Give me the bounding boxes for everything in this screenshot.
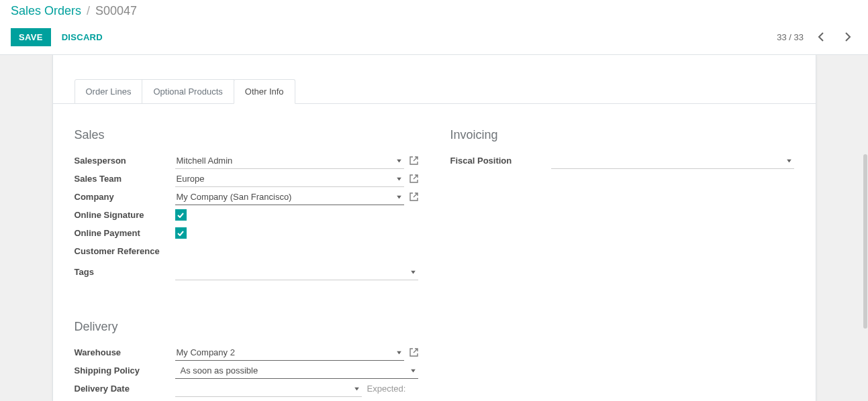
external-link-sales-team[interactable] xyxy=(409,174,418,183)
tab-optional-products[interactable]: Optional Products xyxy=(142,79,234,104)
scrollbar[interactable] xyxy=(863,54,868,401)
check-icon xyxy=(177,213,184,218)
label-salesperson: Salesperson xyxy=(75,156,175,166)
left-column: Sales Salesperson Sales Team xyxy=(75,120,418,398)
external-link-icon xyxy=(409,192,418,201)
tabs: Order Lines Optional Products Other Info xyxy=(53,79,816,104)
expected-label: Expected: xyxy=(367,384,406,394)
pager-total: 33 xyxy=(794,32,804,42)
pager[interactable]: 33 / 33 xyxy=(777,32,804,42)
toolbar-right: 33 / 33 xyxy=(777,27,857,46)
top-spacer xyxy=(53,55,816,79)
field-tags: Tags xyxy=(75,263,418,281)
field-shipping-policy: Shipping Policy xyxy=(75,361,418,380)
breadcrumb-link-sales-orders[interactable]: Sales Orders xyxy=(11,4,81,18)
select-shipping-policy[interactable] xyxy=(175,363,418,379)
input-company[interactable] xyxy=(175,189,404,205)
prev-button[interactable] xyxy=(812,27,830,46)
field-fiscal-position: Fiscal Position xyxy=(450,152,794,170)
label-sales-team: Sales Team xyxy=(75,174,175,184)
pager-current: 33 xyxy=(777,32,786,42)
external-link-company[interactable] xyxy=(409,192,418,201)
field-customer-reference: Customer Reference xyxy=(75,242,418,260)
input-fiscal-position[interactable] xyxy=(551,153,794,169)
label-customer-reference: Customer Reference xyxy=(75,246,175,256)
chevron-left-icon xyxy=(818,32,824,42)
input-tags[interactable] xyxy=(175,264,418,280)
scrollbar-thumb[interactable] xyxy=(863,154,867,329)
field-online-signature: Online Signature xyxy=(75,206,418,224)
external-link-icon xyxy=(409,156,418,165)
form-body: Sales Salesperson Sales Team xyxy=(53,104,816,401)
section-title-sales: Sales xyxy=(75,128,418,142)
checkbox-online-payment[interactable] xyxy=(175,227,187,239)
breadcrumb-separator: / xyxy=(87,4,90,18)
input-salesperson[interactable] xyxy=(175,153,404,169)
input-warehouse[interactable] xyxy=(175,345,404,361)
section-title-delivery: Delivery xyxy=(75,320,418,334)
toolbar-left: SAVE DISCARD xyxy=(11,28,103,46)
label-company: Company xyxy=(75,192,175,202)
label-warehouse: Warehouse xyxy=(75,347,175,357)
input-delivery-date[interactable] xyxy=(175,381,362,397)
label-delivery-date: Delivery Date xyxy=(75,384,175,394)
external-link-icon xyxy=(409,174,418,183)
label-online-payment: Online Payment xyxy=(75,228,175,238)
header: Sales Orders / S00047 SAVE DISCARD 33 / … xyxy=(0,0,868,54)
section-title-invoicing: Invoicing xyxy=(450,128,794,142)
tab-other-info[interactable]: Other Info xyxy=(234,79,295,104)
field-sales-team: Sales Team xyxy=(75,170,418,188)
toolbar: SAVE DISCARD 33 / 33 xyxy=(11,21,857,54)
input-sales-team[interactable] xyxy=(175,171,404,187)
field-delivery-date: Delivery Date Expected: xyxy=(75,380,418,398)
breadcrumb: Sales Orders / S00047 xyxy=(11,4,857,21)
discard-button[interactable]: DISCARD xyxy=(62,32,103,42)
form-sheet: Order Lines Optional Products Other Info… xyxy=(52,55,816,401)
field-company: Company xyxy=(75,188,418,206)
external-link-salesperson[interactable] xyxy=(409,156,418,165)
field-online-payment: Online Payment xyxy=(75,224,418,242)
right-column: Invoicing Fiscal Position xyxy=(450,120,794,398)
label-fiscal-position: Fiscal Position xyxy=(450,156,551,166)
next-button[interactable] xyxy=(838,27,857,46)
field-salesperson: Salesperson xyxy=(75,152,418,170)
field-warehouse: Warehouse xyxy=(75,343,418,361)
breadcrumb-current: S00047 xyxy=(95,4,137,18)
check-icon xyxy=(177,231,184,236)
checkbox-online-signature[interactable] xyxy=(175,209,187,221)
external-link-icon xyxy=(409,348,418,357)
external-link-warehouse[interactable] xyxy=(409,348,418,357)
label-tags: Tags xyxy=(75,267,175,277)
label-shipping-policy: Shipping Policy xyxy=(75,365,175,376)
save-button[interactable]: SAVE xyxy=(11,28,51,46)
chevron-right-icon xyxy=(845,32,851,42)
content-area: Order Lines Optional Products Other Info… xyxy=(0,54,868,401)
label-online-signature: Online Signature xyxy=(75,210,175,220)
tab-order-lines[interactable]: Order Lines xyxy=(75,79,143,104)
